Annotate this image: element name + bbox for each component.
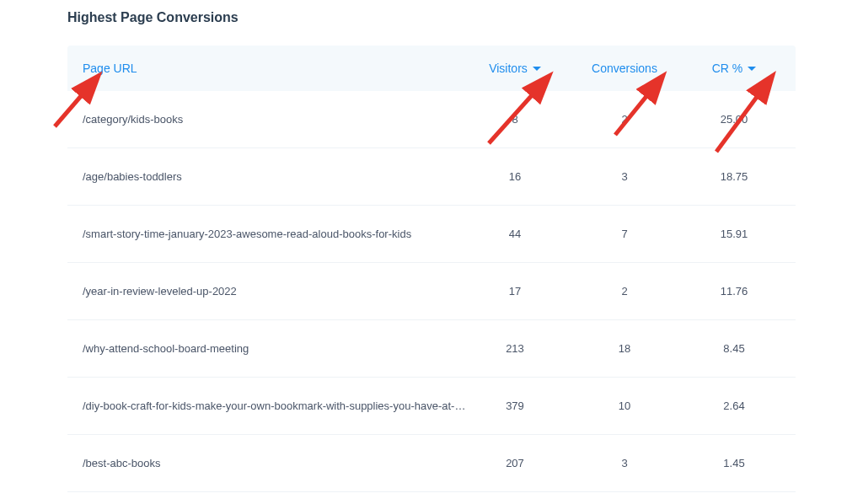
cell-visitors: 379 [469,399,561,412]
cell-conversions: 7 [561,228,688,240]
column-header-visitors-label: Visitors [489,62,528,75]
column-header-visitors[interactable]: Visitors [489,62,541,75]
cell-page-url: /smart-story-time-january-2023-awesome-r… [83,228,469,240]
cell-visitors: 44 [469,228,561,240]
cell-cr: 11.76 [688,285,780,298]
cell-conversions: 10 [561,399,688,412]
table-header-row: Page URL Visitors Conversions CR % [67,46,796,91]
column-header-page-url[interactable]: Page URL [83,62,137,75]
column-header-page-url-label: Page URL [83,62,137,75]
column-header-conversions[interactable]: Conversions [592,62,657,75]
column-header-cr-label: CR % [712,62,743,75]
cell-visitors: 16 [469,170,561,183]
table-row[interactable]: /category/kids-books8225.00 [67,91,796,148]
table-row[interactable]: /why-attend-school-board-meeting213188.4… [67,320,796,378]
cell-cr: 1.45 [688,457,780,469]
column-header-cr[interactable]: CR % [712,62,757,75]
cell-visitors: 17 [469,285,561,298]
chevron-down-icon [748,67,756,71]
cell-cr: 2.64 [688,399,780,412]
cell-conversions: 3 [561,170,688,183]
panel-title: Highest Page Conversions [67,10,796,25]
cell-cr: 25.00 [688,113,780,126]
cell-page-url: /year-in-review-leveled-up-2022 [83,285,469,298]
cell-page-url: /category/kids-books [83,113,469,126]
table-row[interactable]: /diy-book-craft-for-kids-make-your-own-b… [67,378,796,435]
table-row[interactable]: /age/babies-toddlers16318.75 [67,148,796,206]
cell-cr: 15.91 [688,228,780,240]
cell-page-url: /diy-book-craft-for-kids-make-your-own-b… [83,399,469,412]
page-conversions-panel: Highest Page Conversions Page URL Visito… [0,0,863,492]
cell-cr: 18.75 [688,170,780,183]
cell-conversions: 18 [561,342,688,355]
table-row[interactable]: /best-abc-books20731.45 [67,435,796,492]
chevron-down-icon [533,67,541,71]
table-row[interactable]: /year-in-review-leveled-up-202217211.76 [67,263,796,320]
table-body: /category/kids-books8225.00/age/babies-t… [67,91,796,492]
cell-conversions: 2 [561,285,688,298]
cell-visitors: 207 [469,457,561,469]
cell-conversions: 2 [561,113,688,126]
column-header-conversions-label: Conversions [592,62,657,75]
cell-visitors: 8 [469,113,561,126]
cell-page-url: /best-abc-books [83,457,469,469]
cell-page-url: /age/babies-toddlers [83,170,469,183]
cell-visitors: 213 [469,342,561,355]
cell-cr: 8.45 [688,342,780,355]
cell-conversions: 3 [561,457,688,469]
table-row[interactable]: /smart-story-time-january-2023-awesome-r… [67,206,796,263]
conversions-table: Page URL Visitors Conversions CR % [67,46,796,492]
cell-page-url: /why-attend-school-board-meeting [83,342,469,355]
